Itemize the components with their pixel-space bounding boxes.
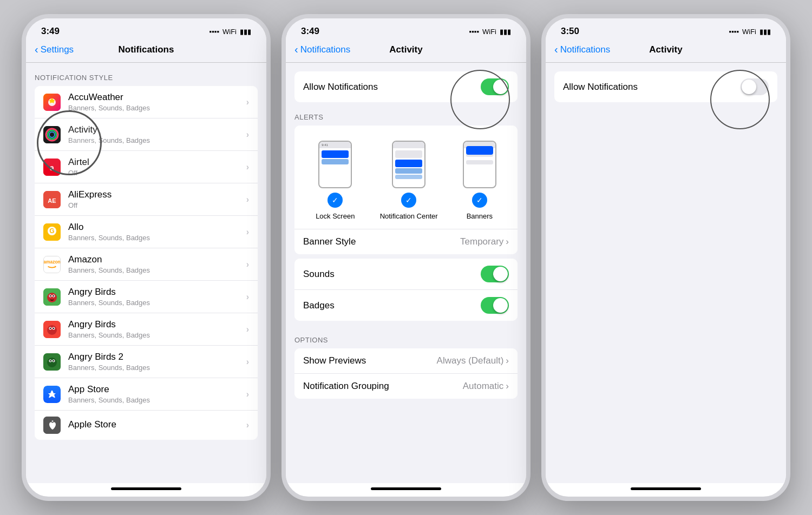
- mini-notif-2: [322, 159, 349, 164]
- mini-notif-c1: [395, 160, 422, 167]
- badges-label: Badges: [303, 300, 335, 311]
- badges-toggle[interactable]: [481, 297, 509, 314]
- check-notifcenter: ✓: [401, 193, 416, 208]
- phone-screen-3: 3:50 ▪▪▪▪ WiFi ▮▮▮ ‹ Notifications Activ…: [541, 14, 790, 501]
- app-sub-appstore: Banners, Sounds, Badges: [68, 396, 246, 404]
- mini-notif-c3: [395, 175, 422, 179]
- app-sub-amazon: Banners, Sounds, Badges: [68, 266, 246, 274]
- app-icon-angrybirds1: [43, 288, 61, 306]
- svg-text:AE: AE: [48, 197, 56, 204]
- content-3: Allow Notifications: [546, 63, 786, 483]
- list-item-applestore[interactable]: Apple Store ›: [35, 411, 258, 440]
- alerts-container: 9:41 ✓ Lock Screen: [294, 126, 518, 229]
- list-item-appstore[interactable]: A App Store Banners, Sounds, Badges ›: [35, 378, 258, 411]
- show-previews-value: Always (Default): [437, 355, 504, 366]
- svg-text:A: A: [49, 389, 55, 400]
- section-header-1: NOTIFICATION STYLE: [26, 63, 266, 86]
- allow-notifications-toggle-3[interactable]: [741, 78, 769, 95]
- nav-back-notifications-3[interactable]: ‹ Notifications: [554, 43, 619, 56]
- list-item-aliexpress[interactable]: AE AliExpress Off ›: [35, 183, 258, 216]
- app-info-airtel: Airtel Off: [68, 157, 246, 177]
- app-sub-angrybirds2: Banners, Sounds, Badges: [68, 331, 246, 339]
- app-info-angrybirds3: Angry Birds 2 Banners, Sounds, Badges: [68, 352, 246, 372]
- status-bar-3: 3:50 ▪▪▪▪ WiFi ▮▮▮: [546, 18, 786, 41]
- list-item-activity[interactable]: Activity Banners, Sounds, Badges ›: [35, 118, 258, 151]
- badges-toggle-knob: [493, 298, 508, 313]
- app-name-accuweather: AccuWeather: [68, 92, 246, 103]
- app-icon-aliexpress: AE: [43, 191, 61, 208]
- mini-notif-c2: [395, 168, 422, 174]
- svg-text:G: G: [49, 227, 54, 235]
- battery-icon-2: ▮▮▮: [500, 28, 511, 36]
- status-bar-1: 3:49 ▪▪▪▪ WiFi ▮▮▮: [26, 18, 266, 41]
- list-item-amazon[interactable]: amazon Amazon Banners, Sounds, Badges ›: [35, 248, 258, 281]
- app-info-activity: Activity Banners, Sounds, Badges: [68, 124, 246, 144]
- app-sub-airtel: Off: [68, 169, 246, 177]
- app-name-activity: Activity: [68, 124, 246, 135]
- svg-point-22: [47, 325, 57, 335]
- status-bar-2: 3:49 ▪▪▪▪ WiFi ▮▮▮: [286, 18, 526, 41]
- list-item-airtel[interactable]: a Airtel Off ›: [35, 151, 258, 183]
- mini-header-lockscreen: 9:41: [319, 142, 351, 148]
- nav-back-notifications[interactable]: ‹ Notifications: [294, 43, 359, 56]
- alert-item-banners[interactable]: ✓ Banners: [463, 141, 496, 220]
- mini-notif-1: [322, 150, 349, 158]
- badges-row[interactable]: Badges: [294, 290, 518, 321]
- app-info-accuweather: AccuWeather Banners, Sounds, Badges: [68, 92, 246, 112]
- notif-grouping-chevron: ›: [506, 381, 509, 392]
- home-indicator-2: [371, 487, 441, 490]
- app-icon-accuweather: [43, 94, 61, 111]
- app-info-allo: Allo Banners, Sounds, Badges: [68, 222, 246, 242]
- home-indicator-3: [631, 487, 701, 490]
- battery-icon-3: ▮▮▮: [759, 28, 771, 36]
- alerts-card: 9:41 ✓ Lock Screen: [294, 126, 518, 254]
- list-item-allo[interactable]: G Allo Banners, Sounds, Badges ›: [35, 216, 258, 248]
- app-sub-accuweather: Banners, Sounds, Badges: [68, 104, 246, 112]
- chevron-accuweather: ›: [246, 97, 249, 107]
- allow-notifications-row-3[interactable]: Allow Notifications: [554, 71, 777, 102]
- wifi-icon-3: WiFi: [742, 28, 756, 36]
- chevron-activity: ›: [246, 130, 249, 140]
- show-previews-row[interactable]: Show Previews Always (Default) ›: [294, 348, 518, 374]
- list-item-accuweather[interactable]: AccuWeather Banners, Sounds, Badges ›: [35, 86, 258, 118]
- nav-title-2: Activity: [359, 44, 453, 55]
- sounds-toggle[interactable]: [481, 266, 509, 282]
- back-chevron-icon: ‹: [35, 43, 38, 56]
- banner-style-row[interactable]: Banner Style Temporary ›: [294, 229, 518, 254]
- options-header: OPTIONS: [286, 325, 526, 348]
- time-3: 3:50: [561, 26, 579, 37]
- app-name-aliexpress: AliExpress: [68, 189, 246, 200]
- app-name-appstore: App Store: [68, 384, 246, 395]
- app-info-appstore: App Store Banners, Sounds, Badges: [68, 384, 246, 404]
- app-sub-allo: Banners, Sounds, Badges: [68, 234, 246, 242]
- app-icon-angrybirds3: [43, 353, 61, 371]
- app-info-angrybirds1: Angry Birds Banners, Sounds, Badges: [68, 287, 246, 307]
- content-1: NOTIFICATION STYLE AccuWeather Banners, …: [26, 63, 266, 483]
- app-icon-angrybirds2: [43, 321, 61, 338]
- allow-notifications-toggle[interactable]: [481, 78, 509, 95]
- list-item-angrybirds2[interactable]: Angry Birds Banners, Sounds, Badges ›: [35, 313, 258, 346]
- svg-text:a: a: [50, 163, 54, 172]
- signal-icon: ▪▪▪▪: [209, 28, 219, 36]
- banner-style-value-container: Temporary ›: [460, 236, 509, 247]
- nav-bar-2: ‹ Notifications Activity: [286, 41, 526, 63]
- allow-notifications-row[interactable]: Allow Notifications: [294, 71, 518, 102]
- time-1: 3:49: [41, 26, 60, 37]
- alert-options-row: 9:41 ✓ Lock Screen: [303, 141, 509, 220]
- chevron-angrybirds3: ›: [246, 357, 249, 367]
- nav-back-settings[interactable]: ‹ Settings: [35, 43, 100, 56]
- show-previews-value-container: Always (Default) ›: [437, 355, 509, 366]
- svg-point-36: [52, 420, 54, 422]
- app-name-angrybirds3: Angry Birds 2: [68, 352, 246, 362]
- list-item-angrybirds3[interactable]: Angry Birds 2 Banners, Sounds, Badges ›: [35, 346, 258, 378]
- phone-mini-banners: [463, 141, 496, 188]
- alert-item-lockscreen[interactable]: 9:41 ✓ Lock Screen: [316, 141, 355, 220]
- chevron-airtel: ›: [246, 162, 249, 172]
- app-name-allo: Allo: [68, 222, 246, 233]
- alert-item-notifcenter[interactable]: ✓ Notification Center: [380, 141, 438, 220]
- list-item-angrybirds1[interactable]: Angry Birds Banners, Sounds, Badges ›: [35, 281, 258, 313]
- notif-grouping-row[interactable]: Notification Grouping Automatic ›: [294, 374, 518, 399]
- banner-style-chevron: ›: [506, 236, 509, 247]
- sounds-row[interactable]: Sounds: [294, 259, 518, 290]
- notif-grouping-label: Notification Grouping: [303, 381, 389, 392]
